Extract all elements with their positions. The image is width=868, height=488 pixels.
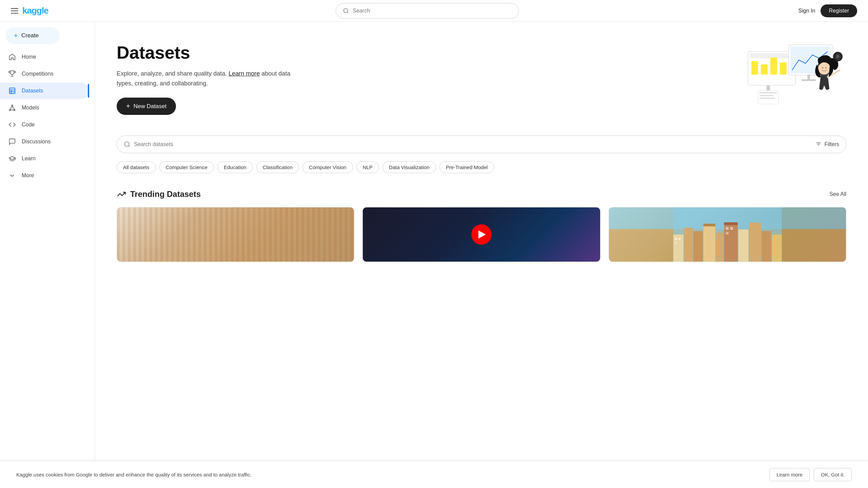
card-image-youtube [363,207,600,262]
sidebar-item-learn[interactable]: Learn [0,150,89,167]
trophy-icon [8,70,16,78]
sidebar-label-models: Models [22,105,39,111]
svg-rect-55 [730,227,733,230]
svg-rect-45 [716,233,723,262]
trending-title: Trending Datasets [117,189,201,199]
main-content: Datasets Explore, analyze, and share qua… [95,22,868,488]
sidebar-label-learn: Learn [22,156,36,162]
cookie-learn-more-button[interactable]: Learn more [769,468,810,481]
dataset-card-grocery[interactable] [117,207,354,262]
trending-icon [117,189,126,199]
svg-rect-53 [675,242,677,244]
svg-rect-42 [684,228,692,262]
category-pills: All datasets Computer Science Education … [117,161,846,173]
active-indicator [88,84,89,98]
create-button[interactable]: + Create [5,27,60,44]
svg-rect-48 [749,223,761,262]
hero-illustration [738,38,846,119]
sidebar-label-home: Home [22,54,36,60]
see-all-button[interactable]: See All [829,191,846,197]
create-label: Create [21,32,39,39]
svg-point-27 [825,67,827,68]
nav-search-box [336,3,519,19]
svg-line-36 [129,146,130,147]
new-dataset-button[interactable]: + New Dataset [117,98,176,115]
pill-computer-vision[interactable]: Computer Vision [302,161,353,173]
cookie-banner: Kaggle uses cookies from Google to deliv… [0,461,868,488]
pill-nlp[interactable]: NLP [356,161,379,173]
svg-rect-43 [693,231,703,262]
page-title: Datasets [117,42,293,63]
svg-rect-49 [762,231,771,262]
youtube-play-icon [471,224,492,245]
pill-computer-science[interactable]: Computer Science [159,161,214,173]
learn-icon [8,155,16,163]
discussions-icon [8,138,16,146]
code-icon [8,121,16,129]
svg-point-25 [818,62,830,75]
hero-section: Datasets Explore, analyze, and share qua… [117,38,846,119]
pill-education[interactable]: Education [217,161,253,173]
cookie-ok-button[interactable]: OK, Got it. [814,468,852,481]
city-svg [609,207,846,262]
sidebar-item-competitions[interactable]: Competitions [0,66,89,82]
dataset-cards [117,207,846,262]
svg-rect-46 [724,224,737,262]
nav-search-input[interactable] [353,8,512,14]
dataset-search-box: Filters [117,136,846,153]
pill-classification[interactable]: Classification [256,161,299,173]
nav-auth: Sign In Register [798,4,857,17]
sidebar-item-models[interactable]: Models [0,100,89,116]
svg-rect-2 [9,88,15,94]
sidebar-item-code[interactable]: Code [0,117,89,133]
sidebar: + Create Home Competitions Datasets [0,22,95,488]
pill-data-visualization[interactable]: Data Visualization [382,161,436,173]
hero-description: Explore, analyze, and share quality data… [117,69,293,88]
sidebar-label-discussions: Discussions [22,139,51,145]
hero-text: Datasets Explore, analyze, and share qua… [117,42,293,115]
svg-rect-33 [760,95,773,96]
svg-point-6 [12,105,13,106]
menu-icon[interactable] [11,8,18,14]
filters-button[interactable]: Filters [815,141,839,147]
svg-point-26 [822,67,823,68]
svg-line-9 [10,106,12,109]
sidebar-item-home[interactable]: Home [0,49,89,65]
svg-point-30 [836,55,840,58]
signin-button[interactable]: Sign In [798,8,815,14]
dataset-card-city[interactable] [609,207,846,262]
home-icon [8,53,16,61]
pill-pretrained-model[interactable]: Pre-Trained Model [439,161,494,173]
plus-icon: + [14,31,18,40]
svg-rect-32 [760,92,777,94]
svg-rect-51 [675,238,677,240]
pill-all-datasets[interactable]: All datasets [117,161,156,173]
svg-rect-56 [726,232,728,235]
svg-rect-34 [760,98,775,99]
svg-point-0 [344,8,348,13]
svg-rect-44 [703,226,715,262]
sidebar-item-datasets[interactable]: Datasets [0,83,89,99]
hero-learn-more-link[interactable]: Learn more [229,70,260,77]
kaggle-logo[interactable]: kaggle [22,5,48,16]
svg-rect-50 [772,235,782,262]
cookie-message: Kaggle uses cookies from Google to deliv… [16,472,252,477]
sidebar-label-more: More [22,172,34,179]
sidebar-item-more[interactable]: More [0,167,89,184]
svg-rect-16 [770,58,777,75]
svg-rect-17 [780,62,787,75]
svg-rect-54 [726,227,728,230]
svg-rect-23 [802,79,816,81]
top-nav: kaggle Sign In Register [0,0,868,22]
svg-rect-47 [738,229,748,262]
register-button[interactable]: Register [821,4,857,17]
dataset-search-input[interactable] [134,141,815,147]
dataset-card-youtube[interactable] [362,207,600,262]
dataset-search-icon [124,141,131,148]
svg-point-35 [125,142,129,146]
sidebar-create-area: + Create [5,27,89,44]
sidebar-item-discussions[interactable]: Discussions [0,134,89,150]
sidebar-label-code: Code [22,122,35,128]
svg-rect-13 [750,53,794,58]
svg-rect-58 [703,224,715,226]
